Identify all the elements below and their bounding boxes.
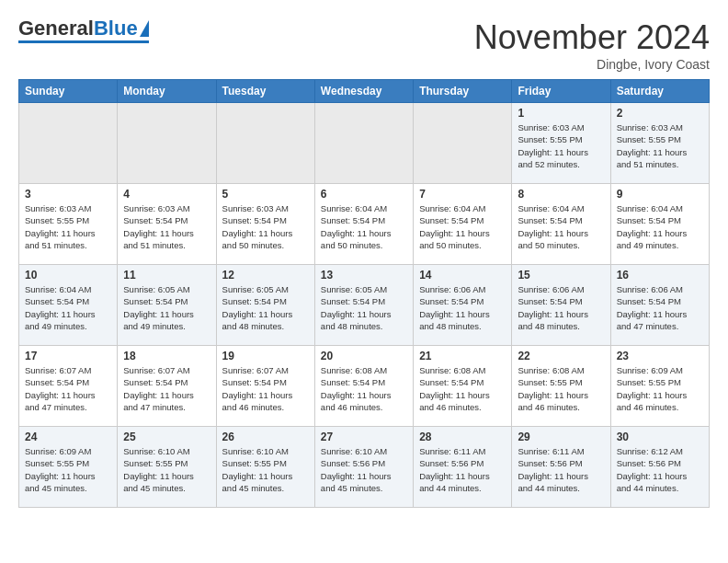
day-info: Sunrise: 6:06 AM Sunset: 5:54 PM Dayligh… <box>617 283 703 332</box>
day-number: 17 <box>25 350 111 362</box>
day-info: Sunrise: 6:09 AM Sunset: 5:55 PM Dayligh… <box>25 445 111 494</box>
day-cell-2: 2Sunrise: 6:03 AM Sunset: 5:55 PM Daylig… <box>610 103 709 184</box>
day-number: 30 <box>617 431 703 443</box>
day-cell-19: 19Sunrise: 6:07 AM Sunset: 5:54 PM Dayli… <box>216 346 314 427</box>
day-info: Sunrise: 6:03 AM Sunset: 5:54 PM Dayligh… <box>123 202 210 251</box>
day-cell-9: 9Sunrise: 6:04 AM Sunset: 5:54 PM Daylig… <box>610 184 709 265</box>
day-cell-21: 21Sunrise: 6:08 AM Sunset: 5:54 PM Dayli… <box>414 346 512 427</box>
day-info: Sunrise: 6:08 AM Sunset: 5:54 PM Dayligh… <box>321 364 407 413</box>
day-cell-7: 7Sunrise: 6:04 AM Sunset: 5:54 PM Daylig… <box>414 184 512 265</box>
day-cell-1: 1Sunrise: 6:03 AM Sunset: 5:55 PM Daylig… <box>512 103 610 184</box>
day-number: 24 <box>25 431 111 443</box>
logo: General Blue <box>18 18 149 43</box>
day-info: Sunrise: 6:10 AM Sunset: 5:55 PM Dayligh… <box>123 445 210 494</box>
day-info: Sunrise: 6:11 AM Sunset: 5:56 PM Dayligh… <box>419 445 506 494</box>
day-cell-25: 25Sunrise: 6:10 AM Sunset: 5:55 PM Dayli… <box>118 427 216 508</box>
day-info: Sunrise: 6:06 AM Sunset: 5:54 PM Dayligh… <box>518 283 604 332</box>
day-info: Sunrise: 6:04 AM Sunset: 5:54 PM Dayligh… <box>617 202 703 251</box>
day-cell-13: 13Sunrise: 6:05 AM Sunset: 5:54 PM Dayli… <box>314 265 413 346</box>
day-number: 13 <box>321 269 407 282</box>
week-row-2: 3Sunrise: 6:03 AM Sunset: 5:55 PM Daylig… <box>19 184 710 265</box>
day-info: Sunrise: 6:12 AM Sunset: 5:56 PM Dayligh… <box>617 445 703 494</box>
day-cell-10: 10Sunrise: 6:04 AM Sunset: 5:54 PM Dayli… <box>19 265 118 346</box>
day-number: 2 <box>617 107 703 120</box>
weekday-header-wednesday: Wednesday <box>314 80 413 103</box>
day-info: Sunrise: 6:10 AM Sunset: 5:55 PM Dayligh… <box>222 445 309 494</box>
day-info: Sunrise: 6:03 AM Sunset: 5:55 PM Dayligh… <box>25 202 111 251</box>
day-cell-8: 8Sunrise: 6:04 AM Sunset: 5:54 PM Daylig… <box>512 184 610 265</box>
day-number: 10 <box>25 269 111 282</box>
day-number: 16 <box>617 269 703 282</box>
day-number: 7 <box>419 188 506 201</box>
day-number: 6 <box>321 188 407 201</box>
day-number: 1 <box>518 107 604 120</box>
empty-cell <box>19 103 118 184</box>
day-number: 27 <box>321 431 407 443</box>
weekday-header-friday: Friday <box>512 80 610 103</box>
day-info: Sunrise: 6:04 AM Sunset: 5:54 PM Dayligh… <box>321 202 407 251</box>
day-info: Sunrise: 6:06 AM Sunset: 5:54 PM Dayligh… <box>419 283 506 332</box>
day-cell-4: 4Sunrise: 6:03 AM Sunset: 5:54 PM Daylig… <box>118 184 216 265</box>
day-cell-29: 29Sunrise: 6:11 AM Sunset: 5:56 PM Dayli… <box>512 427 610 508</box>
empty-cell <box>314 103 413 184</box>
day-number: 15 <box>518 269 604 282</box>
day-info: Sunrise: 6:07 AM Sunset: 5:54 PM Dayligh… <box>25 364 111 413</box>
week-row-1: 1Sunrise: 6:03 AM Sunset: 5:55 PM Daylig… <box>19 103 710 184</box>
weekday-header-monday: Monday <box>118 80 216 103</box>
weekday-header-sunday: Sunday <box>19 80 118 103</box>
empty-cell <box>118 103 216 184</box>
day-info: Sunrise: 6:11 AM Sunset: 5:56 PM Dayligh… <box>518 445 604 494</box>
day-cell-17: 17Sunrise: 6:07 AM Sunset: 5:54 PM Dayli… <box>19 346 118 427</box>
day-cell-11: 11Sunrise: 6:05 AM Sunset: 5:54 PM Dayli… <box>118 265 216 346</box>
day-info: Sunrise: 6:07 AM Sunset: 5:54 PM Dayligh… <box>222 364 309 413</box>
day-info: Sunrise: 6:03 AM Sunset: 5:55 PM Dayligh… <box>518 121 604 170</box>
day-info: Sunrise: 6:04 AM Sunset: 5:54 PM Dayligh… <box>419 202 506 251</box>
day-cell-14: 14Sunrise: 6:06 AM Sunset: 5:54 PM Dayli… <box>414 265 512 346</box>
day-cell-22: 22Sunrise: 6:08 AM Sunset: 5:55 PM Dayli… <box>512 346 610 427</box>
day-info: Sunrise: 6:05 AM Sunset: 5:54 PM Dayligh… <box>123 283 210 332</box>
day-info: Sunrise: 6:09 AM Sunset: 5:55 PM Dayligh… <box>617 364 703 413</box>
day-number: 23 <box>617 350 703 362</box>
day-number: 28 <box>419 431 506 443</box>
weekday-header-saturday: Saturday <box>610 80 709 103</box>
day-number: 18 <box>123 350 210 362</box>
day-info: Sunrise: 6:05 AM Sunset: 5:54 PM Dayligh… <box>321 283 407 332</box>
day-cell-12: 12Sunrise: 6:05 AM Sunset: 5:54 PM Dayli… <box>216 265 314 346</box>
day-number: 12 <box>222 269 309 282</box>
day-number: 25 <box>123 431 210 443</box>
week-row-5: 24Sunrise: 6:09 AM Sunset: 5:55 PM Dayli… <box>19 427 710 508</box>
day-number: 14 <box>419 269 506 282</box>
weekday-header-tuesday: Tuesday <box>216 80 314 103</box>
day-info: Sunrise: 6:03 AM Sunset: 5:54 PM Dayligh… <box>222 202 309 251</box>
logo-underline <box>18 40 149 43</box>
day-cell-27: 27Sunrise: 6:10 AM Sunset: 5:56 PM Dayli… <box>314 427 413 508</box>
logo-triangle-icon <box>140 20 149 37</box>
empty-cell <box>414 103 512 184</box>
day-cell-20: 20Sunrise: 6:08 AM Sunset: 5:54 PM Dayli… <box>314 346 413 427</box>
week-row-4: 17Sunrise: 6:07 AM Sunset: 5:54 PM Dayli… <box>19 346 710 427</box>
week-row-3: 10Sunrise: 6:04 AM Sunset: 5:54 PM Dayli… <box>19 265 710 346</box>
day-number: 11 <box>123 269 210 282</box>
day-info: Sunrise: 6:08 AM Sunset: 5:55 PM Dayligh… <box>518 364 604 413</box>
day-cell-28: 28Sunrise: 6:11 AM Sunset: 5:56 PM Dayli… <box>414 427 512 508</box>
day-number: 22 <box>518 350 604 362</box>
weekday-header-row: SundayMondayTuesdayWednesdayThursdayFrid… <box>19 80 710 103</box>
weekday-header-thursday: Thursday <box>414 80 512 103</box>
day-number: 3 <box>25 188 111 201</box>
day-cell-16: 16Sunrise: 6:06 AM Sunset: 5:54 PM Dayli… <box>610 265 709 346</box>
day-info: Sunrise: 6:04 AM Sunset: 5:54 PM Dayligh… <box>518 202 604 251</box>
day-number: 5 <box>222 188 309 201</box>
day-cell-24: 24Sunrise: 6:09 AM Sunset: 5:55 PM Dayli… <box>19 427 118 508</box>
day-number: 9 <box>617 188 703 201</box>
day-cell-6: 6Sunrise: 6:04 AM Sunset: 5:54 PM Daylig… <box>314 184 413 265</box>
month-title: November 2024 <box>474 18 710 57</box>
day-cell-15: 15Sunrise: 6:06 AM Sunset: 5:54 PM Dayli… <box>512 265 610 346</box>
logo-blue-text: Blue <box>94 18 138 39</box>
empty-cell <box>216 103 314 184</box>
day-info: Sunrise: 6:10 AM Sunset: 5:56 PM Dayligh… <box>321 445 407 494</box>
day-number: 21 <box>419 350 506 362</box>
day-info: Sunrise: 6:05 AM Sunset: 5:54 PM Dayligh… <box>222 283 309 332</box>
day-info: Sunrise: 6:07 AM Sunset: 5:54 PM Dayligh… <box>123 364 210 413</box>
day-cell-18: 18Sunrise: 6:07 AM Sunset: 5:54 PM Dayli… <box>118 346 216 427</box>
day-cell-30: 30Sunrise: 6:12 AM Sunset: 5:56 PM Dayli… <box>610 427 709 508</box>
